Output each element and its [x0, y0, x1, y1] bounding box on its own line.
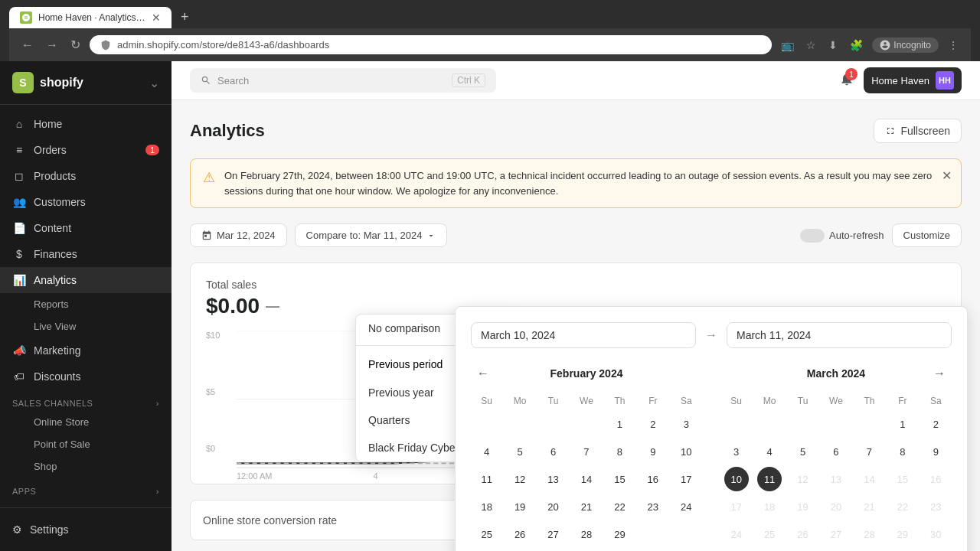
- sidebar-item-label: Products: [34, 170, 76, 182]
- cal-day[interactable]: 29: [607, 522, 632, 546]
- back-btn[interactable]: ←: [18, 35, 37, 55]
- chevron-down-icon: [426, 231, 436, 240]
- cal-day[interactable]: 7: [857, 439, 881, 464]
- cal-day[interactable]: 9: [923, 439, 948, 464]
- cal-day[interactable]: 2: [641, 412, 665, 436]
- sidebar-item-label: Orders: [34, 144, 67, 156]
- sidebar-toggle-btn[interactable]: ⌄: [149, 76, 159, 90]
- sidebar-item-reports[interactable]: Reports: [0, 293, 172, 315]
- cal-day[interactable]: 3: [674, 412, 698, 436]
- sidebar-item-marketing[interactable]: 📣 Marketing: [0, 337, 172, 364]
- auto-refresh-toggle[interactable]: [800, 229, 825, 243]
- cal-next-btn[interactable]: →: [927, 364, 952, 383]
- forward-btn[interactable]: →: [43, 35, 61, 55]
- cal-day[interactable]: 1: [607, 412, 632, 436]
- sidebar-item-pos[interactable]: Point of Sale: [0, 433, 172, 455]
- cal-day[interactable]: 16: [641, 467, 665, 491]
- extension-btn[interactable]: 🧩: [847, 36, 866, 54]
- sales-channels-expand[interactable]: ›: [156, 399, 159, 408]
- cal-day: [641, 522, 665, 546]
- alert-close-btn[interactable]: ✕: [942, 168, 952, 183]
- cal-day: [508, 412, 532, 436]
- cal-day-11[interactable]: 11: [757, 467, 782, 491]
- cal-day[interactable]: 14: [574, 467, 599, 491]
- download-btn[interactable]: ⬇: [825, 36, 841, 54]
- cal-day[interactable]: 15: [607, 467, 632, 491]
- cal-day[interactable]: 4: [757, 439, 782, 464]
- compare-btn[interactable]: Compare to: Mar 11, 2024: [295, 223, 448, 247]
- sidebar-item-settings[interactable]: ⚙ Settings: [12, 517, 159, 542]
- sidebar-item-shop[interactable]: Shop: [0, 455, 172, 478]
- cal-day[interactable]: 17: [674, 467, 698, 491]
- cal-day[interactable]: 2: [923, 412, 948, 436]
- cal-day[interactable]: 28: [574, 522, 599, 546]
- reload-btn[interactable]: ↻: [67, 34, 83, 55]
- cal-end-input[interactable]: [727, 322, 952, 348]
- calendar-march: March 2024 → Su Mo Tu We Th Fr Sa: [720, 364, 952, 551]
- customize-btn[interactable]: Customize: [892, 223, 962, 247]
- sidebar-item-online-store[interactable]: Online Store: [0, 411, 172, 433]
- cal-day[interactable]: 5: [508, 439, 532, 464]
- sidebar-item-finances[interactable]: $ Finances: [0, 241, 172, 267]
- cal-day: 21: [857, 494, 881, 519]
- cal-february-header: ← February 2024: [471, 364, 702, 383]
- sidebar-item-customers[interactable]: 👥 Customers: [0, 189, 172, 215]
- cal-day[interactable]: 6: [541, 439, 566, 464]
- cal-day[interactable]: 3: [724, 439, 749, 464]
- cal-day[interactable]: 27: [541, 522, 566, 546]
- cal-day[interactable]: 22: [607, 494, 632, 519]
- sidebar-item-discounts[interactable]: 🏷 Discounts: [0, 364, 172, 390]
- menu-btn[interactable]: ⋮: [945, 36, 962, 54]
- cal-day[interactable]: 18: [475, 494, 499, 519]
- cal-prev-btn[interactable]: ←: [471, 364, 495, 383]
- cal-day[interactable]: 7: [574, 439, 599, 464]
- cal-day[interactable]: 19: [508, 494, 532, 519]
- cal-day[interactable]: 8: [607, 439, 632, 464]
- cast-btn[interactable]: 📺: [778, 36, 797, 54]
- date-picker-btn[interactable]: Mar 12, 2024: [190, 223, 287, 247]
- search-icon: [201, 75, 211, 86]
- cal-day-10[interactable]: 10: [724, 467, 749, 491]
- sidebar-item-home[interactable]: ⌂ Home: [0, 111, 172, 137]
- search-shortcut: Ctrl K: [452, 73, 485, 87]
- sidebar-item-analytics[interactable]: 📊 Analytics: [0, 267, 172, 293]
- cal-day[interactable]: 1: [890, 412, 915, 436]
- cal-start-input[interactable]: [471, 322, 696, 348]
- cal-day[interactable]: 20: [541, 494, 566, 519]
- address-bar[interactable]: admin.shopify.com/store/de8143-a6/dashbo…: [90, 35, 772, 54]
- cal-day[interactable]: 6: [824, 439, 848, 464]
- search-bar[interactable]: Search Ctrl K: [190, 68, 496, 93]
- new-tab-btn[interactable]: +: [175, 6, 195, 28]
- y-labels: $10 $5 $0: [206, 331, 220, 453]
- cal-day[interactable]: 23: [641, 494, 665, 519]
- sidebar-item-orders[interactable]: ≡ Orders 1: [0, 137, 172, 163]
- sales-channels-section: Sales channels ›: [0, 390, 172, 411]
- bookmark-btn[interactable]: ☆: [803, 36, 819, 54]
- active-tab[interactable]: Home Haven · Analytics · Shopi ✕: [9, 7, 172, 28]
- tab-close-btn[interactable]: ✕: [152, 11, 161, 24]
- auto-refresh-control: Auto-refresh: [800, 229, 884, 243]
- cal-day[interactable]: 21: [574, 494, 599, 519]
- store-badge[interactable]: Home Haven HH: [864, 67, 962, 93]
- browser-chrome: Home Haven · Analytics · Shopi ✕ + ← → ↻…: [0, 0, 980, 61]
- notification-btn[interactable]: 1: [839, 71, 854, 90]
- cal-day[interactable]: 5: [791, 439, 815, 464]
- incognito-badge: Incognito: [872, 37, 939, 53]
- apps-expand[interactable]: ›: [156, 487, 159, 496]
- sidebar-item-content[interactable]: 📄 Content: [0, 215, 172, 241]
- cal-day[interactable]: 26: [508, 522, 532, 546]
- sidebar-item-products[interactable]: ◻ Products: [0, 163, 172, 189]
- cal-day[interactable]: 25: [475, 522, 499, 546]
- cal-day[interactable]: 13: [541, 467, 566, 491]
- cal-day[interactable]: 24: [674, 494, 698, 519]
- cal-day: 18: [757, 494, 782, 519]
- shopify-logo[interactable]: S shopify: [12, 72, 83, 93]
- cal-day[interactable]: 12: [508, 467, 532, 491]
- cal-day[interactable]: 8: [890, 439, 915, 464]
- sidebar-item-live-view[interactable]: Live View: [0, 315, 172, 337]
- cal-day[interactable]: 9: [641, 439, 665, 464]
- cal-day[interactable]: 11: [475, 467, 499, 491]
- cal-day[interactable]: 4: [475, 439, 499, 464]
- cal-day[interactable]: 10: [674, 439, 698, 464]
- fullscreen-btn[interactable]: Fullscreen: [874, 119, 962, 143]
